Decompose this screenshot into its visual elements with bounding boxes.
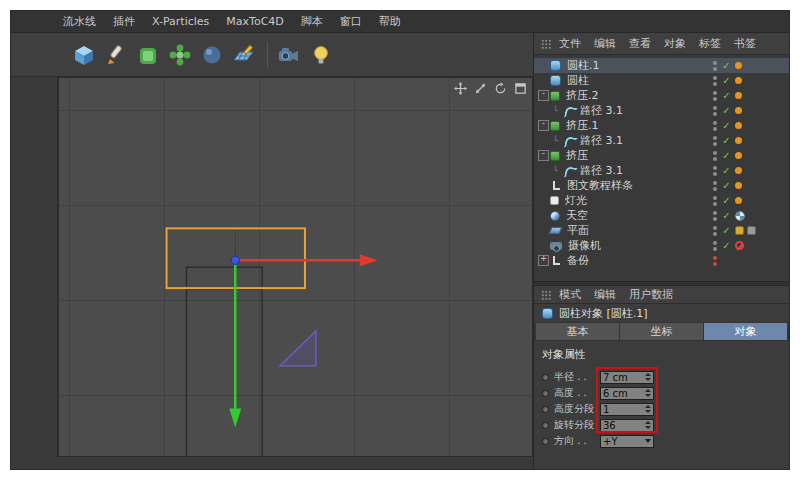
tab-coord[interactable]: 坐标 <box>620 323 703 340</box>
array-tool-button[interactable] <box>165 40 195 70</box>
rotation-segments-input[interactable]: 36 <box>600 419 654 432</box>
keyframe-circle[interactable] <box>542 438 549 445</box>
enable-check-icon[interactable] <box>720 59 733 72</box>
object-row[interactable]: 挤压.1 <box>534 118 789 133</box>
pen-tool-button[interactable] <box>101 40 131 70</box>
object-row[interactable]: 路径 3.1 <box>534 133 789 148</box>
collapse-toggle-icon[interactable] <box>538 90 549 101</box>
layer-dot-tag[interactable] <box>735 152 742 159</box>
om-menu-view[interactable]: 查看 <box>629 36 651 51</box>
keyframe-circle[interactable] <box>542 406 549 413</box>
object-row[interactable]: 路径 3.1 <box>534 103 789 118</box>
enable-check-icon[interactable] <box>720 119 733 132</box>
visibility-dots[interactable] <box>710 91 720 101</box>
object-label[interactable]: 挤压.2 <box>566 88 599 103</box>
viewport[interactable] <box>58 77 533 457</box>
visibility-dots[interactable] <box>710 76 720 86</box>
object-row[interactable]: 摄像机 <box>534 238 789 253</box>
sphere-tool-button[interactable] <box>197 40 227 70</box>
camera-tool-button[interactable] <box>274 40 304 70</box>
object-row[interactable]: 路径 3.1 <box>534 163 789 178</box>
enable-check-icon[interactable] <box>720 224 733 237</box>
panel-handle-icon[interactable] <box>541 39 551 49</box>
object-label[interactable]: 圆柱.1 <box>567 58 600 73</box>
menu-item-window[interactable]: 窗口 <box>340 14 362 29</box>
am-menu-mode[interactable]: 模式 <box>559 287 581 302</box>
spline-triangle[interactable] <box>280 331 316 366</box>
visibility-dots[interactable] <box>710 106 720 116</box>
visibility-dots[interactable] <box>710 241 720 251</box>
light-tool-button[interactable] <box>306 40 336 70</box>
enable-check-icon[interactable] <box>720 104 733 117</box>
panel-handle-icon[interactable] <box>541 290 551 300</box>
collapse-toggle-icon[interactable] <box>538 150 549 161</box>
enable-check-icon[interactable] <box>720 149 733 162</box>
layer-dot-tag[interactable] <box>735 107 742 114</box>
menu-item-xparticles[interactable]: X-Particles <box>152 15 209 28</box>
y-axis-arrowhead[interactable] <box>229 409 241 428</box>
object-label[interactable]: 挤压 <box>566 148 588 163</box>
object-label[interactable]: 摄像机 <box>568 238 601 253</box>
radius-input[interactable]: 7 cm <box>600 371 654 384</box>
visibility-dots[interactable] <box>710 211 720 221</box>
visibility-dots[interactable] <box>710 121 720 131</box>
menu-item-script[interactable]: 脚本 <box>301 14 323 29</box>
keyframe-circle[interactable] <box>542 374 549 381</box>
visibility-dots[interactable] <box>710 166 720 176</box>
menu-item-help[interactable]: 帮助 <box>379 14 401 29</box>
layer-dot-tag[interactable] <box>735 122 742 129</box>
visibility-dots[interactable] <box>710 181 720 191</box>
visibility-dots[interactable] <box>710 136 720 146</box>
rotate-view-icon[interactable] <box>493 81 507 95</box>
object-label[interactable]: 路径 3.1 <box>580 103 623 118</box>
enable-check-icon[interactable] <box>720 74 733 87</box>
enable-check-icon[interactable] <box>720 209 733 222</box>
object-label[interactable]: 图文教程样条 <box>567 178 633 193</box>
om-menu-edit[interactable]: 编辑 <box>594 36 616 51</box>
object-label[interactable]: 平面 <box>567 223 589 238</box>
object-row[interactable]: 挤压 <box>534 148 789 163</box>
menu-item-pipeline[interactable]: 流水线 <box>63 14 96 29</box>
enable-check-icon[interactable] <box>720 164 733 177</box>
object-row[interactable]: 圆柱 <box>534 73 789 88</box>
am-menu-userdata[interactable]: 用户数据 <box>629 287 673 302</box>
object-row[interactable]: 圆柱.1 <box>534 58 789 73</box>
om-menu-bookmarks[interactable]: 书签 <box>734 36 756 51</box>
object-label[interactable]: 备份 <box>567 253 589 268</box>
visibility-dots[interactable] <box>710 226 720 236</box>
om-menu-objects[interactable]: 对象 <box>664 36 686 51</box>
object-label[interactable]: 天空 <box>566 208 588 223</box>
layer-dot-tag[interactable] <box>735 167 742 174</box>
object-label[interactable]: 挤压.1 <box>566 118 599 133</box>
om-menu-file[interactable]: 文件 <box>559 36 581 51</box>
layer-dot-tag[interactable] <box>735 182 742 189</box>
keyframe-circle[interactable] <box>542 422 549 429</box>
object-row[interactable]: 灯光 <box>534 193 789 208</box>
menu-item-maxtoc4d[interactable]: MaxToC4D <box>226 15 283 28</box>
visibility-dots[interactable] <box>710 151 720 161</box>
object-row[interactable]: 备份 <box>534 253 789 268</box>
menu-item-plugins[interactable]: 插件 <box>113 14 135 29</box>
layer-dot-tag[interactable] <box>735 62 742 69</box>
height-input[interactable]: 6 cm <box>600 387 654 400</box>
visibility-dots[interactable] <box>710 61 720 71</box>
stepper-arrows[interactable] <box>644 421 651 429</box>
subdivision-tool-button[interactable] <box>133 40 163 70</box>
object-row[interactable]: 天空 <box>534 208 789 223</box>
enable-check-icon[interactable] <box>720 134 733 147</box>
stepper-arrows[interactable] <box>644 405 651 413</box>
stepper-arrows[interactable] <box>644 389 651 397</box>
enable-check-icon[interactable] <box>720 194 733 207</box>
protection-tag-icon[interactable] <box>735 241 744 250</box>
x-axis-arrowhead[interactable] <box>360 254 378 266</box>
enable-check-icon[interactable] <box>720 179 733 192</box>
am-menu-edit[interactable]: 编辑 <box>594 287 616 302</box>
zoom-view-icon[interactable] <box>473 81 487 95</box>
object-row[interactable]: 挤压.2 <box>534 88 789 103</box>
stepper-arrows[interactable] <box>644 373 651 381</box>
object-label[interactable]: 路径 3.1 <box>580 163 623 178</box>
enable-check-icon[interactable] <box>720 239 733 252</box>
layer-dot-tag[interactable] <box>735 92 742 99</box>
texture-tag-icon[interactable] <box>735 211 745 221</box>
visibility-dots[interactable] <box>710 256 720 266</box>
